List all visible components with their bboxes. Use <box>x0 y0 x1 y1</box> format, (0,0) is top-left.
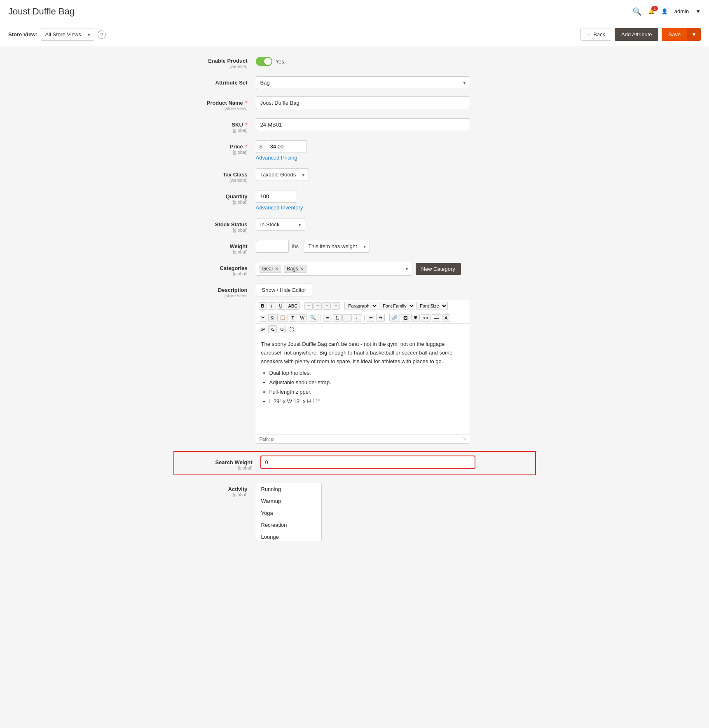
tax-class-select-wrap[interactable]: Taxable Goods <box>256 168 309 181</box>
activity-item-yoga[interactable]: Yoga <box>256 507 321 519</box>
categories-label-col: Categories [global] <box>173 262 256 276</box>
category-tag-gear-remove[interactable]: ✕ <box>275 266 278 272</box>
activity-list: Running Warmup Yoga Recreation Lounge Gy… <box>256 483 322 541</box>
description-row: Description [store view] Show / Hide Edi… <box>173 284 536 444</box>
editor-body[interactable]: The sporty Joust Duffle Bag can't be bea… <box>256 335 470 434</box>
stock-status-sublabel: [global] <box>173 228 248 232</box>
editor-undo-btn[interactable]: ↩ <box>367 314 375 322</box>
editor-align-justify-btn[interactable]: ≡ <box>332 302 340 310</box>
page-toolbar: Store View: All Store Views ? ← Back Add… <box>0 23 709 46</box>
notification-badge[interactable]: 🔔 1 <box>648 8 655 14</box>
editor-italic-btn[interactable]: I <box>268 302 276 310</box>
editor-list-item-2: Adjustable shoulder strap. <box>269 378 465 387</box>
enable-product-control: Yes <box>256 54 536 66</box>
activity-item-warmup[interactable]: Warmup <box>256 495 321 507</box>
weight-type-select-wrap[interactable]: This item has weight <box>304 240 370 253</box>
editor-align-left-btn[interactable]: ≡ <box>304 302 313 310</box>
price-input[interactable] <box>266 140 307 153</box>
activity-sublabel: [global] <box>173 492 248 497</box>
editor-table-btn[interactable]: ⊞ <box>411 314 420 322</box>
editor-find-btn[interactable]: 🔍 <box>308 314 318 322</box>
sku-input[interactable] <box>256 118 470 131</box>
enable-product-toggle[interactable] <box>256 57 272 66</box>
quantity-input[interactable] <box>256 190 297 203</box>
editor-fullscreen-btn[interactable]: ⛶ <box>287 326 296 333</box>
editor-code-btn[interactable]: <> <box>421 314 431 322</box>
editor-paste-word-btn[interactable]: W <box>298 314 307 322</box>
activity-item-recreation[interactable]: Recreation <box>256 519 321 531</box>
editor-sep2 <box>342 303 342 309</box>
store-view-label: Store View: <box>8 31 37 38</box>
editor-hr-btn[interactable]: — <box>432 314 441 322</box>
categories-control: Gear ✕ Bags ✕ New Category <box>256 262 536 276</box>
weight-input[interactable] <box>256 240 289 253</box>
editor-indent-btn[interactable]: → <box>342 314 352 322</box>
tax-class-label-col: Tax Class [website] <box>173 168 256 183</box>
activity-item-lounge[interactable]: Lounge <box>256 531 321 541</box>
save-button[interactable]: Save <box>662 28 687 41</box>
editor-ol-btn[interactable]: 1. <box>333 314 342 322</box>
admin-label[interactable]: admin <box>674 8 689 14</box>
editor-font-family-select[interactable]: Font Family <box>379 302 415 310</box>
add-attribute-button[interactable]: Add Attribute <box>615 28 658 41</box>
price-control: $ Advanced Pricing <box>256 140 536 161</box>
stock-status-select[interactable]: In Stock <box>256 218 305 231</box>
editor-underline-btn[interactable]: U <box>277 302 285 310</box>
admin-dropdown-icon[interactable]: ▼ <box>695 8 701 14</box>
editor-ul-btn[interactable]: ☰ <box>323 314 332 322</box>
editor-special-char-btn[interactable]: Ω <box>278 326 286 333</box>
editor-strikethrough-btn[interactable]: ABC <box>286 302 300 310</box>
editor-paste-text-btn[interactable]: T <box>289 314 297 322</box>
activity-scroll-area[interactable]: Running Warmup Yoga Recreation Lounge Gy… <box>256 483 321 541</box>
advanced-inventory-link[interactable]: Advanced Inventory <box>256 204 536 211</box>
advanced-pricing-link[interactable]: Advanced Pricing <box>256 155 536 161</box>
editor-subscript-btn[interactable]: x₂ <box>268 325 277 333</box>
search-weight-input[interactable] <box>261 456 475 469</box>
editor-toolbar-row1: B I U ABC ≡ ≡ ≡ ≡ Paragraph Font Family <box>256 300 470 312</box>
editor-superscript-btn[interactable]: x² <box>259 326 267 333</box>
search-icon[interactable]: 🔍 <box>632 7 641 16</box>
editor-align-center-btn[interactable]: ≡ <box>314 302 322 310</box>
help-icon[interactable]: ? <box>98 31 106 39</box>
editor-image-btn[interactable]: 🖼 <box>401 314 410 322</box>
editor-paste-btn[interactable]: 📋 <box>277 314 288 322</box>
editor-paragraph-select[interactable]: Paragraph <box>344 302 378 310</box>
toggle-label: Yes <box>276 59 284 65</box>
stock-status-select-wrap[interactable]: In Stock <box>256 218 305 231</box>
activity-item-running[interactable]: Running <box>256 483 321 495</box>
search-weight-label: Search Weight <box>215 459 252 465</box>
editor-resize-handle[interactable]: ⤡ <box>463 436 466 441</box>
store-view-select[interactable]: All Store Views <box>41 28 94 41</box>
search-weight-row-highlighted: Search Weight [global] <box>173 451 536 475</box>
editor-toolbar-row2: ✂ ⎘ 📋 T W 🔍 ☰ 1. → ← ↩ ↪ 🔗 🖼 <box>256 312 470 324</box>
editor-bold-btn[interactable]: B <box>259 302 267 310</box>
editor-link-btn[interactable]: 🔗 <box>389 314 400 322</box>
attribute-set-select[interactable]: Bag <box>256 76 470 89</box>
price-label-col: Price * [global] <box>173 140 256 155</box>
editor-copy-btn[interactable]: ⎘ <box>268 314 276 322</box>
product-name-label: Product Name <box>207 100 243 106</box>
back-button[interactable]: ← Back <box>580 28 612 41</box>
categories-sublabel: [global] <box>173 271 248 276</box>
editor-color-btn[interactable]: A <box>442 314 450 322</box>
editor-redo-btn[interactable]: ↪ <box>376 314 385 322</box>
categories-box[interactable]: Gear ✕ Bags ✕ <box>256 262 412 276</box>
category-tag-bags-remove[interactable]: ✕ <box>300 266 304 272</box>
editor-font-size-select[interactable]: Font Size <box>416 302 448 310</box>
product-name-input[interactable] <box>256 96 470 109</box>
editor-list-item-4: L 29" x W 13" x H 11". <box>269 397 465 406</box>
editor-align-right-btn[interactable]: ≡ <box>323 302 331 310</box>
product-name-row: Product Name * [store view] <box>173 96 536 111</box>
save-dropdown-button[interactable]: ▼ <box>687 28 701 41</box>
editor-outdent-btn[interactable]: ← <box>353 314 362 322</box>
new-category-button[interactable]: New Category <box>416 263 461 275</box>
tax-class-select[interactable]: Taxable Goods <box>256 168 309 181</box>
show-hide-editor-button[interactable]: Show / Hide Editor <box>256 284 313 296</box>
categories-input-wrap: Gear ✕ Bags ✕ <box>256 262 412 276</box>
product-name-control <box>256 96 536 109</box>
stock-status-label: Stock Status <box>215 221 248 228</box>
weight-type-select[interactable]: This item has weight <box>304 240 370 253</box>
store-view-select-wrap[interactable]: All Store Views <box>41 28 94 41</box>
attribute-set-select-wrap[interactable]: Bag <box>256 76 470 89</box>
editor-cut-btn[interactable]: ✂ <box>259 314 267 322</box>
